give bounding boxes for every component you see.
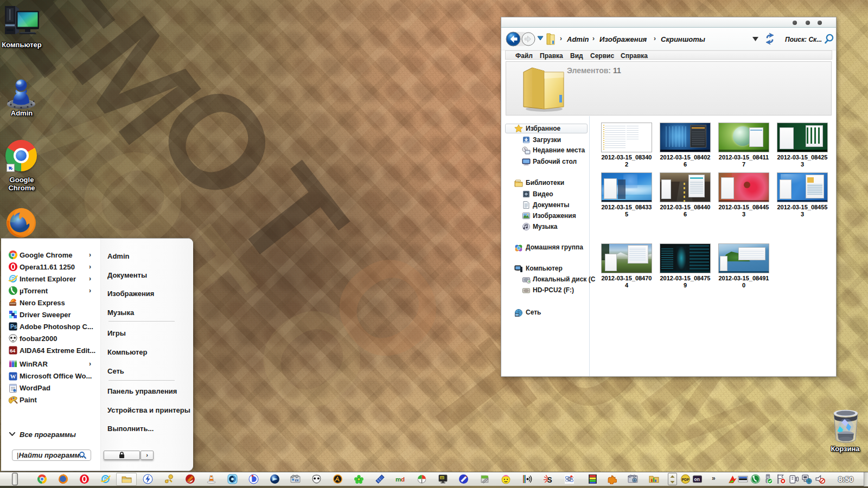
svg-text:64: 64 — [10, 348, 15, 354]
svg-text:on: on — [694, 477, 700, 482]
svg-text:PDF: PDF — [682, 478, 690, 481]
svg-text:ex: ex — [295, 478, 299, 482]
svg-text:m: m — [395, 476, 401, 483]
svg-text:Ps: Ps — [10, 324, 17, 330]
svg-text:99: 99 — [441, 476, 444, 479]
svg-text:W: W — [10, 373, 16, 380]
svg-text:S: S — [547, 476, 552, 484]
svg-text:d: d — [401, 476, 405, 483]
